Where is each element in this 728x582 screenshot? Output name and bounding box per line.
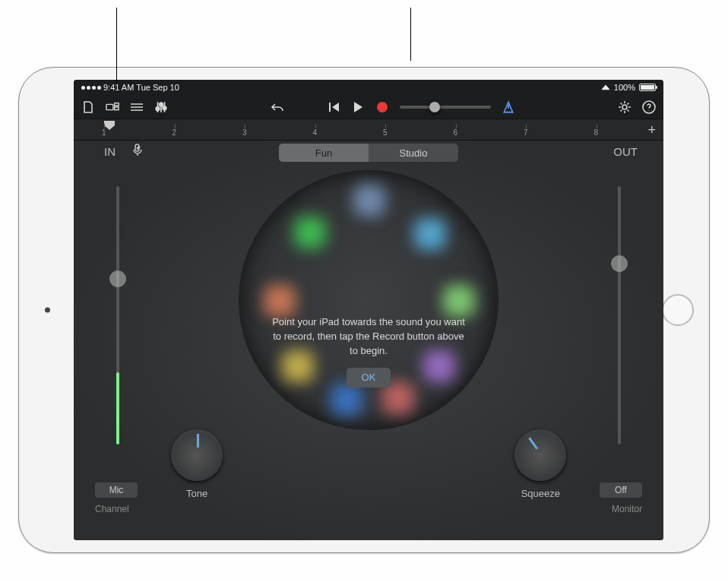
callout-line-record — [410, 8, 411, 61]
in-level-meter — [116, 372, 119, 444]
tab-studio[interactable]: Studio — [369, 144, 458, 162]
add-section-icon[interactable]: + — [647, 122, 656, 138]
svg-rect-0 — [106, 104, 113, 109]
timeline-ruler[interactable]: + 12345678 — [74, 119, 663, 141]
monitor-button[interactable]: Off — [600, 482, 642, 498]
battery-percent: 100% — [614, 83, 635, 92]
undo-icon[interactable] — [271, 100, 284, 114]
status-time: 9:41 AM — [103, 83, 134, 92]
svg-point-10 — [160, 103, 163, 106]
tab-fun[interactable]: Fun — [279, 144, 369, 162]
preset-wheel[interactable]: Point your iPad towards the sound you wa… — [239, 171, 498, 429]
ruler-mark: 6 — [454, 128, 458, 137]
settings-icon[interactable] — [618, 100, 631, 114]
squeeze-knob[interactable] — [514, 429, 566, 481]
play-icon[interactable] — [351, 100, 365, 114]
ruler-mark: 5 — [383, 128, 388, 137]
ipad-frame: 9:41 AM Tue Sep 10 100% — [18, 67, 710, 553]
in-slider-thumb[interactable] — [109, 270, 126, 287]
tone-knob[interactable] — [171, 429, 223, 481]
my-songs-icon[interactable] — [81, 100, 95, 114]
go-to-start-icon[interactable] — [327, 100, 340, 114]
record-hint-text: Point your iPad towards the sound you wa… — [270, 315, 467, 359]
ruler-mark: 8 — [594, 128, 599, 137]
tone-label: Tone — [186, 488, 207, 499]
out-label: OUT — [613, 145, 638, 158]
tracks-icon[interactable] — [130, 100, 144, 114]
channel-button[interactable]: Mic — [95, 482, 138, 498]
ruler-mark: 3 — [242, 128, 247, 137]
master-volume-slider[interactable] — [400, 106, 491, 109]
mode-segmented: Fun Studio — [279, 144, 458, 162]
svg-point-11 — [163, 106, 166, 109]
ok-button[interactable]: OK — [347, 368, 391, 388]
svg-rect-1 — [115, 103, 119, 106]
svg-point-13 — [622, 105, 627, 109]
channel-label: Channel — [95, 504, 129, 514]
monitor-label: Monitor — [612, 504, 642, 514]
front-camera — [45, 308, 50, 313]
app-toolbar — [74, 95, 663, 119]
browser-icon[interactable] — [106, 100, 119, 114]
help-icon[interactable] — [642, 100, 656, 114]
out-level-slider[interactable] — [618, 186, 621, 444]
callout-line-in-slider — [116, 8, 117, 84]
battery-icon — [639, 84, 656, 91]
record-icon[interactable] — [375, 100, 389, 114]
metronome-icon[interactable] — [502, 100, 515, 114]
in-level-slider[interactable] — [116, 186, 119, 444]
wifi-icon — [601, 85, 610, 90]
ruler-mark: 1 — [102, 128, 106, 137]
signal-icon — [81, 86, 101, 90]
status-date: Tue Sep 10 — [136, 83, 179, 92]
app-screen: 9:41 AM Tue Sep 10 100% — [74, 80, 663, 540]
ruler-mark: 4 — [313, 128, 318, 137]
ruler-mark: 7 — [524, 128, 528, 137]
out-slider-thumb[interactable] — [611, 255, 628, 272]
home-button[interactable] — [662, 294, 694, 326]
svg-rect-2 — [115, 107, 119, 110]
fx-icon[interactable] — [154, 100, 168, 114]
input-settings-icon[interactable] — [133, 144, 147, 157]
svg-point-9 — [156, 107, 160, 111]
squeeze-label: Squeeze — [521, 488, 560, 499]
status-bar: 9:41 AM Tue Sep 10 100% — [74, 80, 663, 95]
ruler-mark: 2 — [173, 128, 177, 137]
record-hint: Point your iPad towards the sound you wa… — [270, 315, 467, 387]
in-label: IN — [104, 145, 116, 158]
audio-recorder-panel: IN Fun Studio OUT — [74, 141, 663, 540]
